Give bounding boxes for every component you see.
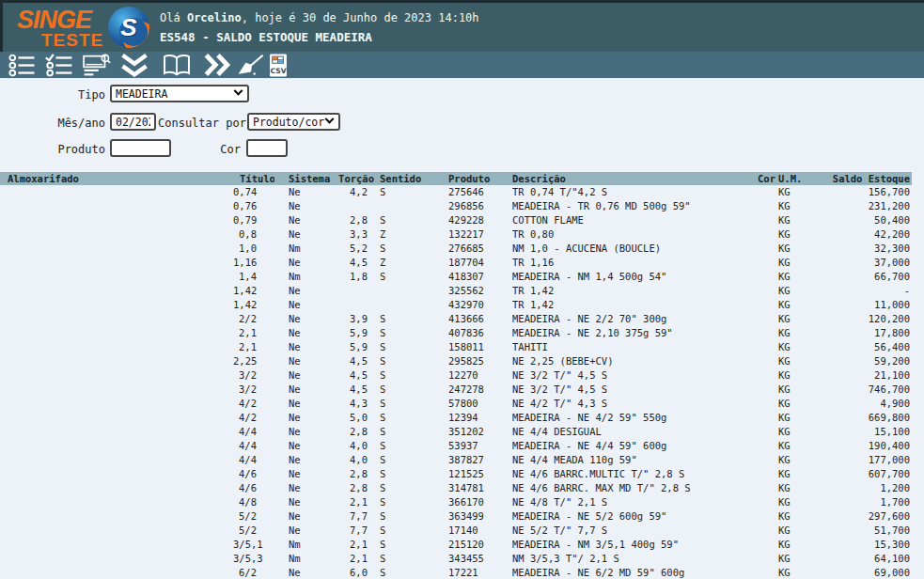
cell-produto: 296856 (448, 199, 512, 213)
cell-sistema: Ne (274, 481, 338, 495)
cell-almoxarifado (0, 185, 233, 199)
cell-titulo: 2,1 (233, 326, 274, 340)
cell-cor (758, 524, 778, 538)
mes-ano-input[interactable] (110, 113, 156, 131)
cell-sistema: Ne (274, 397, 338, 411)
cell-cor (758, 467, 778, 481)
cell-sistema: Ne (274, 467, 338, 481)
cell-torcao: 5,9 (338, 326, 374, 340)
table-row: 4/6 Ne 2,8 S 314781 NE 4/6 BARRC. MAX MD… (0, 481, 912, 495)
cell-torcao: 2,1 (338, 552, 374, 566)
cell-sentido: S (374, 397, 448, 411)
cell-produto: 158011 (448, 340, 512, 354)
cell-titulo: 4/4 (233, 425, 274, 439)
mes-ano-label: Mês/ano (0, 117, 105, 130)
table-row: 0,74 Ne 4,2 S 275646 TR 0,74 T/"4,2 S KG… (0, 185, 912, 199)
cell-titulo: 5/2 (233, 509, 274, 524)
table-row: 4/6 Ne 2,8 S 121525 NE 4/6 BARRC.MULTIC … (0, 467, 912, 481)
produto-input[interactable] (110, 139, 171, 157)
checklist-icon[interactable] (42, 54, 76, 77)
cell-almoxarifado (0, 397, 233, 411)
cor-input[interactable] (246, 139, 288, 157)
cell-torcao: 3,9 (338, 312, 374, 326)
cell-descricao: TR 1,16 (512, 256, 758, 270)
cell-produto: 351202 (448, 425, 512, 439)
cell-titulo: 4/6 (233, 481, 274, 495)
cell-titulo: 4/4 (233, 453, 274, 467)
cell-produto: 429228 (448, 213, 512, 227)
cell-cor (758, 481, 778, 495)
cell-cor (758, 270, 778, 284)
cell-titulo: 3/2 (233, 383, 274, 397)
cell-almoxarifado (0, 439, 233, 453)
cell-sistema: Ne (274, 256, 338, 270)
cell-saldo-estoque: 607,700 (829, 467, 912, 481)
cell-almoxarifado (0, 495, 233, 509)
cell-saldo-estoque: 120,200 (829, 312, 912, 326)
cell-produto: 413666 (448, 312, 512, 326)
cell-descricao: COTTON FLAME (512, 213, 758, 227)
cell-cor (758, 495, 778, 509)
cell-sistema: Ne (274, 340, 338, 354)
cell-sentido: S (374, 566, 448, 579)
cell-titulo: 1,42 (233, 284, 274, 298)
cell-titulo: 4/2 (233, 411, 274, 425)
cell-saldo-estoque: 37,000 (829, 256, 912, 270)
cell-sistema: Ne (274, 312, 338, 326)
cell-produto: 53937 (448, 439, 512, 453)
double-chevron-down-icon[interactable] (118, 54, 150, 77)
cell-torcao: 4,5 (338, 256, 374, 270)
cell-um: KG (778, 538, 829, 552)
cell-sentido: S (374, 312, 448, 326)
cell-produto: 57800 (448, 397, 512, 411)
cell-saldo-estoque: 190,400 (829, 439, 912, 453)
cell-descricao: NE 4/4 MEADA 110g 59" (512, 453, 758, 467)
cell-saldo-estoque: 59,200 (829, 354, 912, 368)
cell-torcao (338, 298, 374, 312)
cell-sentido (374, 284, 448, 298)
cell-descricao: NE 3/2 T/" 4,5 S (512, 368, 758, 383)
tipo-select[interactable]: MEADEIRA (110, 85, 249, 102)
cell-produto: 343455 (448, 552, 512, 566)
cell-almoxarifado (0, 354, 233, 368)
cell-titulo: 2,25 (233, 354, 274, 368)
cell-um: KG (778, 185, 829, 199)
cor-label: Cor (188, 143, 241, 156)
list-icon[interactable] (7, 54, 39, 77)
broom-icon[interactable] (237, 54, 267, 77)
cell-um: KG (778, 326, 829, 340)
col-header-saldo-estoque: Saldo Estoque (829, 172, 912, 185)
consultar-por-select[interactable]: Produto/cor (247, 113, 340, 131)
col-header-descricao: Descrição (512, 172, 758, 185)
cell-cor (758, 213, 778, 227)
table-row: 3/2 Ne 4,5 S 247278 NE 3/2 T/" 4,5 S KG … (0, 383, 912, 397)
chevron-down-icon (325, 115, 335, 124)
table-row: 6/2 Ne 6,0 S 17221 MEADEIRA - NE 6/2 MD … (0, 566, 912, 579)
cell-almoxarifado (0, 340, 233, 354)
cell-descricao: NE 4/6 BARRC. MAX MD T/" 2,8 S (512, 481, 758, 495)
cell-torcao: 4,0 (338, 439, 374, 453)
cell-cor (758, 538, 778, 552)
table-row: 2/2 Ne 3,9 S 413666 MEADEIRA - NE 2/2 70… (0, 312, 912, 326)
cell-cor (758, 439, 778, 453)
cell-sentido: S (374, 185, 448, 199)
form-search-icon[interactable] (81, 54, 113, 77)
cell-cor (758, 312, 778, 326)
cell-almoxarifado (0, 481, 233, 495)
cell-produto: 247278 (448, 383, 512, 397)
cell-cor (758, 552, 778, 566)
cell-descricao: NE 4/2 T/" 4,3 S (512, 397, 758, 411)
cell-saldo-estoque: 42,200 (829, 227, 912, 242)
col-header-um: U.M. (778, 172, 829, 185)
greeting-suffix: , hoje é 30 de Junho de 2023 14:10h (242, 11, 479, 24)
double-chevron-right-icon[interactable] (202, 54, 232, 77)
tipo-label: Tipo (0, 88, 105, 102)
cell-produto: 276685 (448, 242, 512, 256)
cell-cor (758, 256, 778, 270)
csv-export-icon[interactable]: CSV (266, 54, 290, 77)
book-icon[interactable] (161, 54, 193, 77)
cell-sistema: Ne (274, 227, 338, 242)
cell-descricao: MEADEIRA - TR 0,76 MD 500g 59" (512, 199, 758, 213)
cell-saldo-estoque: 1,200 (829, 481, 912, 495)
cell-descricao: NM 3/5,3 T"/ 2,1 S (512, 552, 758, 566)
